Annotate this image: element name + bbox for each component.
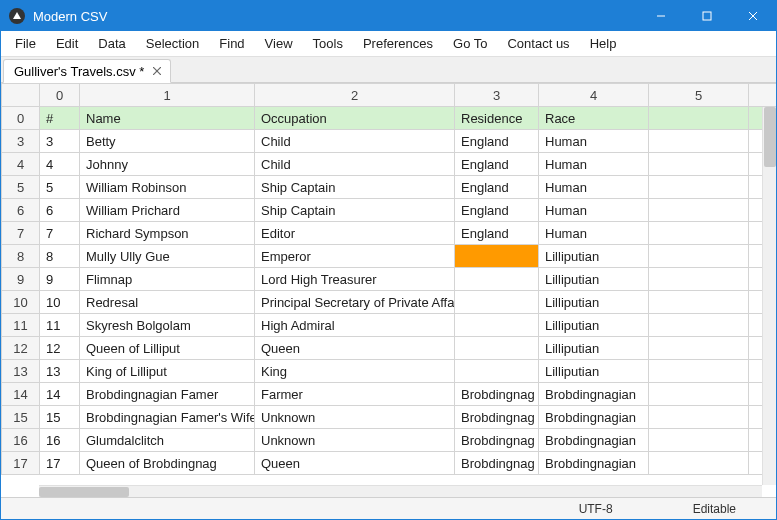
cell[interactable]: Brobdingnag — [455, 452, 539, 475]
menu-data[interactable]: Data — [88, 33, 135, 54]
cell[interactable]: Human — [539, 130, 649, 153]
file-tab[interactable]: Gulliver's Travels.csv * — [3, 59, 171, 83]
cell[interactable] — [649, 314, 749, 337]
menu-view[interactable]: View — [255, 33, 303, 54]
cell[interactable] — [649, 107, 749, 130]
status-encoding[interactable]: UTF-8 — [539, 502, 653, 516]
row-header[interactable]: 13 — [2, 360, 40, 383]
table-row[interactable]: 1616GlumdalclitchUnknownBrobdingnagBrobd… — [2, 429, 777, 452]
cell[interactable]: 17 — [40, 452, 80, 475]
row-header[interactable]: 6 — [2, 199, 40, 222]
cell[interactable]: England — [455, 130, 539, 153]
row-header[interactable]: 12 — [2, 337, 40, 360]
cell[interactable]: 5 — [40, 176, 80, 199]
cell[interactable] — [455, 245, 539, 268]
cell[interactable]: England — [455, 199, 539, 222]
cell[interactable] — [649, 429, 749, 452]
column-header-row[interactable]: 0 1 2 3 4 5 — [2, 84, 777, 107]
cell[interactable] — [455, 314, 539, 337]
cell[interactable]: 4 — [40, 153, 80, 176]
row-header[interactable]: 0 — [2, 107, 40, 130]
spreadsheet-area[interactable]: 0 1 2 3 4 5 0#NameOccupationResidenceRac… — [1, 83, 776, 497]
cell[interactable]: 7 — [40, 222, 80, 245]
cell[interactable]: Skyresh Bolgolam — [80, 314, 255, 337]
table-row[interactable]: 1010RedresalPrincipal Secretary of Priva… — [2, 291, 777, 314]
row-header[interactable]: 17 — [2, 452, 40, 475]
vertical-scrollbar[interactable] — [762, 107, 776, 485]
cell[interactable] — [649, 406, 749, 429]
cell[interactable] — [649, 245, 749, 268]
cell[interactable]: William Prichard — [80, 199, 255, 222]
cell[interactable]: 10 — [40, 291, 80, 314]
cell[interactable]: Human — [539, 199, 649, 222]
cell[interactable]: Johnny — [80, 153, 255, 176]
table-row[interactable]: 1313King of LilliputKingLilliputian — [2, 360, 777, 383]
cell[interactable] — [649, 153, 749, 176]
cell[interactable]: Lilliputian — [539, 268, 649, 291]
cell[interactable] — [649, 360, 749, 383]
menu-find[interactable]: Find — [209, 33, 254, 54]
table-row[interactable]: 1212Queen of LilliputQueenLilliputian — [2, 337, 777, 360]
cell[interactable]: Editor — [255, 222, 455, 245]
cell[interactable]: Brobdingnagian — [539, 406, 649, 429]
cell[interactable]: Lilliputian — [539, 360, 649, 383]
vertical-scroll-thumb[interactable] — [764, 107, 776, 167]
menu-preferences[interactable]: Preferences — [353, 33, 443, 54]
cell[interactable]: Ship Captain — [255, 199, 455, 222]
cell[interactable]: Race — [539, 107, 649, 130]
cell[interactable]: King — [255, 360, 455, 383]
row-header[interactable]: 9 — [2, 268, 40, 291]
row-header[interactable]: 14 — [2, 383, 40, 406]
cell[interactable] — [455, 291, 539, 314]
cell[interactable]: 14 — [40, 383, 80, 406]
cell[interactable]: Brobdingnagian Famer — [80, 383, 255, 406]
cell[interactable] — [649, 176, 749, 199]
cell[interactable]: 12 — [40, 337, 80, 360]
cell[interactable]: Brobdingnagian — [539, 452, 649, 475]
menu-file[interactable]: File — [5, 33, 46, 54]
minimize-button[interactable] — [638, 1, 684, 31]
cell[interactable]: William Robinson — [80, 176, 255, 199]
menu-go-to[interactable]: Go To — [443, 33, 497, 54]
col-header-1[interactable]: 1 — [80, 84, 255, 107]
cell[interactable] — [649, 268, 749, 291]
cell[interactable] — [649, 337, 749, 360]
cell[interactable]: 11 — [40, 314, 80, 337]
table-row[interactable]: 1515Brobdingnagian Famer's WifeUnknownBr… — [2, 406, 777, 429]
menu-tools[interactable]: Tools — [303, 33, 353, 54]
cell[interactable]: Unknown — [255, 406, 455, 429]
menu-contact-us[interactable]: Contact us — [497, 33, 579, 54]
cell[interactable]: Queen of Brobdingnag — [80, 452, 255, 475]
row-header[interactable]: 16 — [2, 429, 40, 452]
cell[interactable]: Lilliputian — [539, 245, 649, 268]
cell[interactable]: High Admiral — [255, 314, 455, 337]
status-mode[interactable]: Editable — [653, 502, 776, 516]
table-row[interactable]: 99FlimnapLord High TreasurerLilliputian — [2, 268, 777, 291]
table-row[interactable]: 44JohnnyChildEnglandHuman — [2, 153, 777, 176]
horizontal-scrollbar[interactable] — [39, 485, 762, 497]
cell[interactable]: # — [40, 107, 80, 130]
cell[interactable] — [455, 337, 539, 360]
cell[interactable]: King of Lilliput — [80, 360, 255, 383]
cell[interactable]: Name — [80, 107, 255, 130]
cell[interactable]: Principal Secretary of Private Affairs — [255, 291, 455, 314]
menu-edit[interactable]: Edit — [46, 33, 88, 54]
cell[interactable] — [649, 452, 749, 475]
cell[interactable]: Brobdingnagian Famer's Wife — [80, 406, 255, 429]
cell[interactable]: Child — [255, 153, 455, 176]
table-header-row[interactable]: 0#NameOccupationResidenceRace — [2, 107, 777, 130]
cell[interactable]: 3 — [40, 130, 80, 153]
menu-help[interactable]: Help — [580, 33, 627, 54]
close-icon[interactable] — [150, 64, 164, 78]
cell[interactable] — [649, 383, 749, 406]
cell[interactable]: Glumdalclitch — [80, 429, 255, 452]
cell[interactable]: England — [455, 176, 539, 199]
cell[interactable]: Richard Sympson — [80, 222, 255, 245]
cell[interactable]: Brobdingnagian — [539, 383, 649, 406]
data-grid[interactable]: 0 1 2 3 4 5 0#NameOccupationResidenceRac… — [1, 83, 776, 475]
cell[interactable]: Human — [539, 153, 649, 176]
horizontal-scroll-thumb[interactable] — [39, 487, 129, 497]
row-header[interactable]: 15 — [2, 406, 40, 429]
cell[interactable]: England — [455, 222, 539, 245]
table-row[interactable]: 1717Queen of BrobdingnagQueenBrobdingnag… — [2, 452, 777, 475]
